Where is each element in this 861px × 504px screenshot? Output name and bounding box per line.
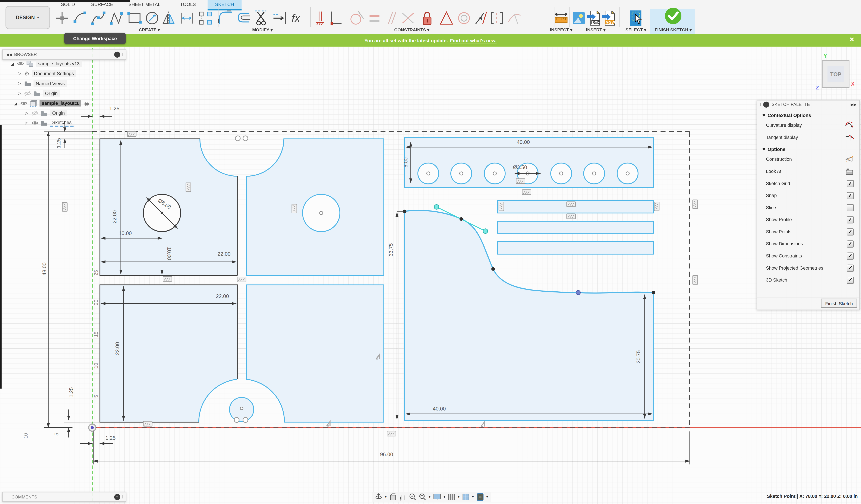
palette-grip-icon[interactable]: ‖ xyxy=(759,102,761,107)
visibility-eye-icon[interactable] xyxy=(31,120,38,126)
viewports-icon[interactable] xyxy=(462,493,470,501)
insert-svg-icon[interactable]: ✳SVG xyxy=(601,10,616,26)
midpoint-constraint-icon[interactable] xyxy=(489,10,505,26)
dropdown-caret[interactable]: ▼ xyxy=(486,495,489,498)
control-point-spline-icon[interactable] xyxy=(109,10,124,26)
palette-row-show-points[interactable]: Show Points✓ xyxy=(757,226,859,238)
tab-surface[interactable]: SURFACE xyxy=(88,0,117,9)
create-group-label[interactable]: CREATE ▾ xyxy=(139,28,160,32)
tangent-display-icon[interactable] xyxy=(845,134,854,141)
insert-image-icon[interactable] xyxy=(571,10,586,26)
origin-point[interactable] xyxy=(91,426,94,429)
section-options[interactable]: ▼ Options xyxy=(757,143,859,153)
show-points-checkbox[interactable]: ✓ xyxy=(847,228,854,235)
finish-sketch-icon[interactable] xyxy=(664,6,683,25)
insert-dxf-icon[interactable]: DXF xyxy=(586,10,601,26)
dome-circle-center[interactable] xyxy=(240,407,243,410)
palette-row-construction[interactable]: Construction xyxy=(757,153,859,165)
palette-row-show-projected-geometries[interactable]: Show Projected Geometries✓ xyxy=(757,262,859,274)
dropdown-caret[interactable]: ▼ xyxy=(457,495,460,498)
tree-row-root[interactable]: ◢ sample_layouts v13 xyxy=(2,59,125,69)
dropdown-caret[interactable]: ▼ xyxy=(443,495,446,498)
trim-icon[interactable] xyxy=(254,10,270,26)
marking-menu-icon[interactable] xyxy=(476,493,484,501)
browser-dock-icon[interactable]: − xyxy=(114,52,120,58)
dimension-icon[interactable] xyxy=(179,10,194,26)
expand-icon[interactable]: ◢ xyxy=(13,101,18,106)
modify-group-label[interactable]: MODIFY ▾ xyxy=(252,28,273,32)
curvature-display-icon[interactable] xyxy=(845,121,854,129)
zoom-icon[interactable] xyxy=(409,493,417,501)
curvature-constraint-icon[interactable] xyxy=(507,10,522,26)
workspace-selector[interactable]: DESIGN▼ xyxy=(5,6,50,29)
finish-sketch-button[interactable]: Finish Sketch xyxy=(821,299,857,308)
show-constraints-checkbox[interactable]: ✓ xyxy=(847,252,854,260)
visibility-eye-icon[interactable] xyxy=(17,61,24,66)
collapse-icon[interactable]: ▷ xyxy=(17,81,22,86)
palette-dock-icon[interactable]: − xyxy=(763,102,769,108)
sketch-scale-fx-icon[interactable]: fx xyxy=(290,10,306,26)
fillet-icon[interactable] xyxy=(218,10,233,26)
palette-row-show-profile[interactable]: Show Profile✓ xyxy=(757,213,859,226)
mirror-icon[interactable] xyxy=(161,10,177,26)
fix-lock-constraint-icon[interactable] xyxy=(420,10,435,26)
sketch-point-icon[interactable] xyxy=(54,10,70,26)
tab-tools[interactable]: TOOLS xyxy=(177,0,199,9)
construction-icon[interactable] xyxy=(845,155,854,163)
collinear-constraint-icon[interactable] xyxy=(400,10,416,26)
visibility-eye-icon[interactable] xyxy=(20,100,27,106)
viewcube-face-label[interactable]: TOP xyxy=(830,71,841,77)
tab-solid[interactable]: SOLID xyxy=(58,0,78,9)
tree-label-selected[interactable]: sample_layout:1 xyxy=(40,100,81,107)
tab-sketch[interactable]: SKETCH xyxy=(208,0,242,9)
look-at-icon[interactable] xyxy=(845,167,854,175)
tree-label[interactable]: Document Settings xyxy=(32,70,76,77)
part-bar2[interactable] xyxy=(497,221,653,233)
tree-row-named-views[interactable]: ▷ Named Views xyxy=(2,79,125,88)
orbit-icon[interactable] xyxy=(374,493,383,501)
pattern-icon[interactable] xyxy=(198,10,213,26)
dropdown-caret[interactable]: ▼ xyxy=(384,495,387,498)
inspect-group-label[interactable]: INSPECT ▾ xyxy=(550,28,572,32)
dome-point[interactable] xyxy=(243,418,248,422)
palette-header[interactable]: ‖ − SKETCH PALETTE ▶▶ xyxy=(757,100,859,109)
parallel-constraint-icon[interactable] xyxy=(384,10,399,26)
close-icon[interactable]: ✕ xyxy=(849,36,855,43)
palette-row-curvature-display[interactable]: Curvature display xyxy=(757,119,859,131)
fit-icon[interactable] xyxy=(418,493,427,501)
show-projected-geometries-checkbox[interactable]: ✓ xyxy=(847,264,854,271)
insert-group-label[interactable]: INSERT ▾ xyxy=(586,28,605,32)
collapse-icon[interactable]: ▷ xyxy=(24,111,29,115)
offset-icon[interactable] xyxy=(236,10,251,26)
palette-row-show-dimensions[interactable]: Show Dimensions✓ xyxy=(757,238,859,250)
horizontal-vertical-constraint-icon[interactable] xyxy=(314,10,329,26)
constraints-group-label[interactable]: CONSTRAINTS ▾ xyxy=(394,28,429,32)
rectangle-icon[interactable] xyxy=(127,10,142,26)
palette-row-slice[interactable]: Slice xyxy=(757,201,859,214)
palette-row-3d-sketch[interactable]: 3D Sketch✓ xyxy=(757,274,859,286)
polygon-constraint-icon[interactable] xyxy=(439,10,454,26)
tangent-handle-end[interactable] xyxy=(483,229,488,234)
viewcube[interactable]: TOP xyxy=(822,60,849,88)
circle-icon[interactable] xyxy=(144,10,160,26)
spline-icon[interactable] xyxy=(91,10,106,26)
palette-row-look-at[interactable]: Look At xyxy=(757,165,859,178)
tree-row-component-selected[interactable]: ◢ sample_layout:1 ◉ xyxy=(2,98,125,108)
tree-label[interactable]: Named Views xyxy=(33,80,67,87)
perpendicular-constraint-icon[interactable] xyxy=(328,10,344,26)
display-settings-icon[interactable] xyxy=(433,493,441,501)
slice-checkbox[interactable] xyxy=(847,204,854,211)
palette-row-show-constraints[interactable]: Show Constraints✓ xyxy=(757,250,859,262)
palette-row-snap[interactable]: Snap✓ xyxy=(757,190,859,201)
tree-row-origin[interactable]: ▷ Origin xyxy=(2,88,125,98)
dome-point[interactable] xyxy=(234,418,239,422)
extend-icon[interactable] xyxy=(272,10,288,26)
finish-sketch-group-label[interactable]: FINISH SKETCH ▾ xyxy=(655,28,692,32)
collapse-icon[interactable]: ▷ xyxy=(17,91,22,96)
tree-row-sketches[interactable]: ▷ Sketches xyxy=(2,118,125,128)
grid-settings-icon[interactable] xyxy=(447,493,456,501)
spline-selected-point[interactable] xyxy=(576,290,580,295)
projected-point[interactable] xyxy=(235,136,240,141)
concentric-constraint-icon[interactable] xyxy=(456,10,472,26)
comments-bar[interactable]: COMMENTS + ‖ xyxy=(2,492,126,502)
